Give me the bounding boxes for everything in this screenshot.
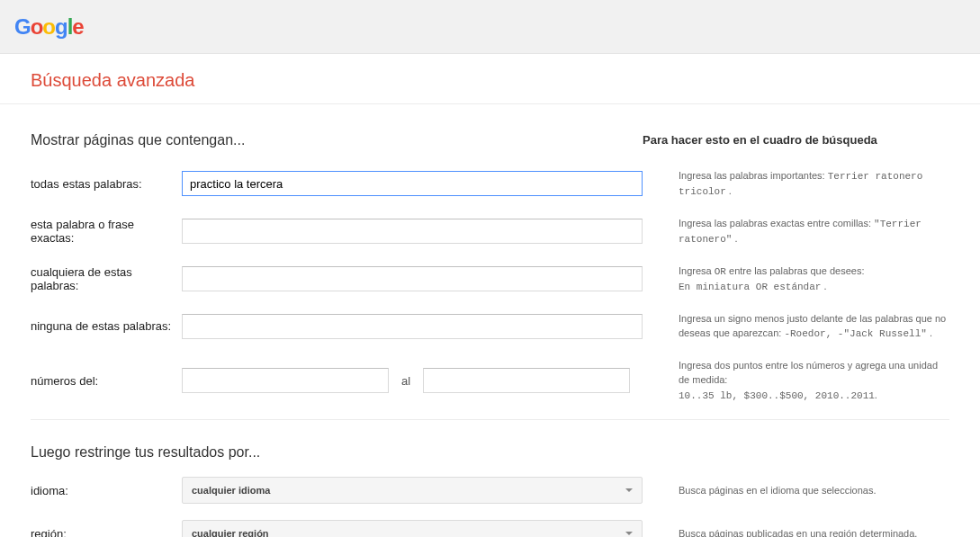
- row-region: región: cualquier región Busca páginas p…: [31, 520, 949, 537]
- label-exact-phrase: esta palabra o frase exactas:: [31, 218, 182, 245]
- page-title: Búsqueda avanzada: [31, 70, 949, 91]
- help-region: Busca páginas publicadas en una región d…: [643, 526, 949, 537]
- chevron-down-icon: [625, 488, 633, 492]
- help-heading: Para hacer esto en el cuadro de búsqueda: [643, 131, 877, 147]
- label-all-words: todas estas palabras:: [31, 177, 182, 191]
- label-none-words: ninguna de estas palabras:: [31, 319, 182, 333]
- page-title-bar: Búsqueda avanzada: [0, 54, 980, 104]
- row-numbers: números del: al Ingresa dos puntos entre…: [31, 358, 949, 404]
- help-numbers: Ingresa dos puntos entre los números y a…: [643, 358, 949, 404]
- input-number-from[interactable]: [182, 368, 389, 393]
- divider: [31, 419, 949, 420]
- row-exact-phrase: esta palabra o frase exactas: Ingresa la…: [31, 216, 949, 247]
- select-language-value: cualquier idioma: [192, 485, 270, 496]
- section2-heading: Luego restringe tus resultados por...: [31, 443, 643, 462]
- help-all-words: Ingresa las palabras importantes: Terrie…: [643, 168, 949, 200]
- chevron-down-icon: [625, 532, 633, 535]
- help-language: Busca páginas en el idioma que seleccion…: [643, 483, 949, 498]
- section1-header: Mostrar páginas que contengan... Para ha…: [31, 131, 949, 150]
- section2-header: Luego restringe tus resultados por...: [31, 443, 949, 462]
- row-any-words: cualquiera de estas palabras: Ingresa OR…: [31, 264, 949, 295]
- content: Mostrar páginas que contengan... Para ha…: [0, 104, 980, 537]
- google-logo[interactable]: Google: [14, 14, 84, 40]
- label-region: región:: [31, 527, 182, 537]
- input-none-words[interactable]: [182, 314, 643, 339]
- section1-heading: Mostrar páginas que contengan...: [31, 131, 643, 150]
- row-all-words: todas estas palabras: Ingresa las palabr…: [31, 168, 949, 200]
- select-region-value: cualquier región: [192, 528, 269, 537]
- input-exact-phrase[interactable]: [182, 219, 643, 244]
- help-none-words: Ingresa un signo menos justo delante de …: [643, 311, 949, 342]
- row-language: idioma: cualquier idioma Busca páginas e…: [31, 477, 949, 504]
- select-language[interactable]: cualquier idioma: [182, 477, 643, 504]
- input-any-words[interactable]: [182, 266, 643, 291]
- label-any-words: cualquiera de estas palabras:: [31, 265, 182, 292]
- label-numbers: números del:: [31, 374, 182, 388]
- row-none-words: ninguna de estas palabras: Ingresa un si…: [31, 311, 949, 342]
- input-number-to[interactable]: [423, 368, 630, 393]
- input-all-words[interactable]: [182, 171, 643, 196]
- label-language: idioma:: [31, 484, 182, 497]
- help-any-words: Ingresa OR entre las palabras que desees…: [643, 264, 949, 295]
- label-to: al: [389, 374, 423, 388]
- help-exact-phrase: Ingresa las palabras exactas entre comil…: [643, 216, 949, 247]
- topbar: Google: [0, 0, 980, 54]
- select-region[interactable]: cualquier región: [182, 520, 643, 537]
